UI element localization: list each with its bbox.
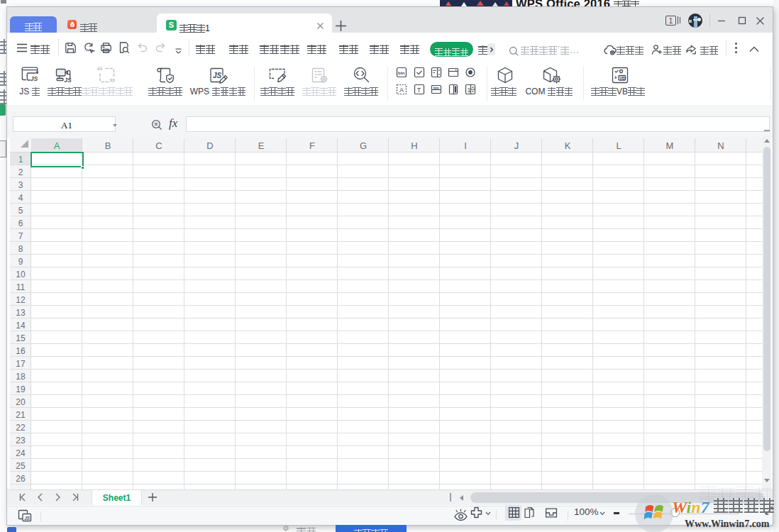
svg-text:„: „ [109, 70, 116, 84]
svg-text:T: T [417, 87, 421, 94]
svg-text:“: “ [97, 65, 104, 77]
svg-text:VB: VB [619, 76, 625, 80]
svg-text:btn: btn [433, 86, 439, 90]
svg-text:A: A [399, 87, 404, 94]
svg-text:JS: JS [24, 516, 31, 521]
svg-text:btn: btn [398, 71, 405, 75]
svg-text:JS: JS [31, 75, 38, 82]
svg-text:JS: JS [64, 77, 72, 84]
svg-text:JS: JS [213, 72, 222, 79]
